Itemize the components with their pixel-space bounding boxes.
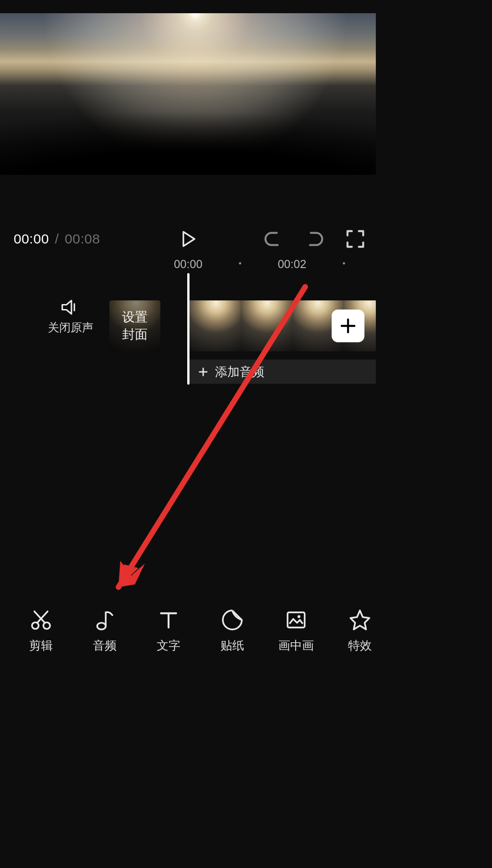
mute-label: 关闭原声 — [43, 320, 98, 335]
star-icon — [348, 609, 371, 631]
playhead[interactable] — [187, 273, 190, 385]
toolbar-audio[interactable]: 音频 — [73, 599, 137, 663]
play-button[interactable] — [179, 229, 198, 249]
add-clip-button[interactable] — [332, 310, 364, 342]
svg-marker-2 — [118, 561, 135, 587]
fullscreen-button[interactable] — [345, 228, 366, 249]
music-note-icon — [93, 609, 116, 631]
picture-in-picture-icon — [285, 609, 308, 631]
scissors-icon — [30, 609, 52, 631]
toolbar-text[interactable]: 文字 — [137, 599, 200, 663]
ruler-dot — [239, 262, 241, 264]
svg-point-5 — [97, 623, 106, 629]
timecode-duration: 00:08 — [65, 231, 100, 246]
transport-right-group — [263, 228, 366, 249]
transport-bar: 00:00 / 00:08 — [0, 223, 376, 255]
timeline-ruler[interactable]: 00:00 00:02 — [0, 256, 376, 274]
svg-point-7 — [297, 615, 300, 618]
plus-icon — [198, 366, 209, 377]
bottom-toolbar: 剪辑 音频 文字 贴纸 — [0, 599, 376, 663]
toolbar-pip[interactable]: 画中画 — [264, 599, 328, 663]
ruler-mark: 00:02 — [278, 258, 307, 271]
timecode: 00:00 / 00:08 — [14, 231, 100, 247]
add-audio-track-button[interactable]: 添加音频 — [190, 360, 376, 384]
clip-frame — [190, 300, 241, 351]
toolbar-label: 剪辑 — [29, 638, 53, 654]
toolbar-label: 画中画 — [278, 638, 314, 654]
ruler-mark: 00:00 — [174, 258, 203, 271]
toolbar-label: 音频 — [93, 638, 117, 654]
redo-button[interactable] — [304, 228, 325, 249]
svg-marker-1 — [118, 564, 138, 587]
text-icon — [157, 609, 180, 631]
timecode-current: 00:00 — [14, 231, 49, 246]
set-cover-button[interactable]: 设置 封面 — [109, 300, 160, 351]
toolbar-label: 特效 — [348, 638, 372, 654]
timeline[interactable]: 关闭原声 设置 封面 添加音频 — [0, 273, 376, 396]
svg-rect-6 — [287, 612, 305, 627]
toolbar-label: 贴纸 — [220, 638, 244, 654]
clip-frame — [241, 300, 292, 351]
toolbar-sticker[interactable]: 贴纸 — [200, 599, 264, 663]
set-cover-label: 设置 封面 — [122, 309, 148, 343]
ruler-dot — [343, 262, 345, 264]
mute-original-audio-button[interactable]: 关闭原声 — [43, 298, 98, 335]
timecode-separator: / — [55, 231, 59, 246]
speaker-icon — [43, 298, 98, 316]
video-preview[interactable] — [0, 13, 376, 175]
toolbar-effects[interactable]: 特效 — [328, 599, 376, 663]
toolbar-label: 文字 — [157, 638, 180, 654]
sticker-icon — [221, 609, 244, 631]
toolbar-edit[interactable]: 剪辑 — [9, 599, 73, 663]
undo-button[interactable] — [263, 228, 284, 249]
add-audio-label: 添加音频 — [215, 364, 264, 380]
